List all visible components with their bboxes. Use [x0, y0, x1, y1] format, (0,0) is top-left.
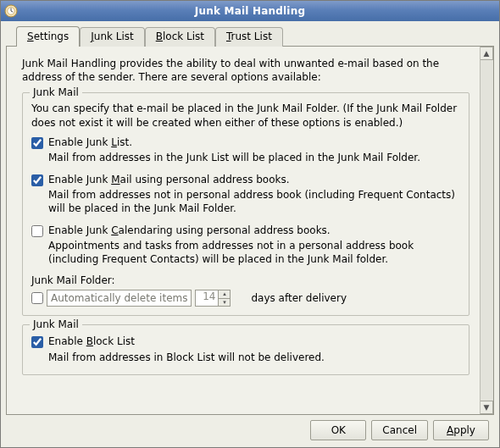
spinner-buttons: ▴ ▾ [219, 290, 231, 307]
checkbox-enable-junk-mail-pab[interactable] [31, 174, 43, 186]
spinner-down[interactable]: ▾ [219, 298, 231, 307]
tab-label: Junk List [91, 30, 134, 42]
tab-label: Settings [27, 30, 69, 42]
ok-button[interactable]: OK [310, 420, 366, 440]
checkbox-enable-junk-calendaring[interactable] [31, 225, 43, 237]
tab-label: Block List [156, 30, 204, 42]
auto-delete-row: Automatically delete items 14 ▴ ▾ days a… [31, 290, 460, 307]
window-title: Junk Mail Handling [23, 5, 477, 17]
checkbox-auto-delete[interactable] [31, 292, 43, 304]
vertical-scrollbar[interactable]: ▲ ▼ [480, 47, 493, 414]
group-junk-mail: Junk Mail You can specify that e-mail be… [22, 92, 469, 316]
checkbox-row-junk-mail-pab: Enable Junk Mail using personal address … [31, 174, 460, 187]
spinner-up[interactable]: ▴ [219, 290, 231, 298]
scroll-up-button[interactable]: ▲ [481, 47, 493, 60]
tab-trust-list[interactable]: Trust List [215, 27, 283, 47]
junk-folder-label: Junk Mail Folder: [31, 274, 460, 286]
tab-label: Trust List [226, 30, 272, 42]
checkbox-desc-junk-mail-pab: Mail from addresses not in personal addr… [48, 188, 460, 215]
tabpanel-settings: Junk Mail Handling provides the ability … [6, 46, 494, 415]
scroll-track[interactable] [481, 60, 493, 401]
button-bar: OK Cancel Apply [6, 415, 494, 444]
scroll-down-button[interactable]: ▼ [481, 401, 493, 414]
checkbox-desc-junk-list: Mail from addresses in the Junk List wil… [48, 151, 460, 164]
group-legend: Junk Mail [30, 318, 82, 330]
checkbox-row-junk-calendaring: Enable Junk Calendaring using personal a… [31, 224, 460, 238]
settings-scrollpane: Junk Mail Handling provides the ability … [7, 47, 480, 414]
tab-junk-list[interactable]: Junk List [80, 27, 145, 47]
days-spinner: 14 ▴ ▾ [195, 290, 231, 307]
checkbox-enable-junk-list[interactable] [31, 137, 43, 149]
titlebar: Junk Mail Handling [1, 1, 499, 21]
checkbox-enable-block-list[interactable] [31, 336, 43, 348]
tab-block-list[interactable]: Block List [145, 27, 215, 47]
tabbar: Settings Junk List Block List Trust List [6, 26, 494, 46]
apply-button[interactable]: Apply [433, 420, 489, 440]
checkbox-label: Enable Junk Mail using personal address … [48, 174, 290, 187]
dialog-junk-mail-handling: Junk Mail Handling Settings Junk List Bl… [0, 0, 500, 448]
checkbox-label: Enable Junk List. [48, 136, 132, 150]
group-junk-desc: You can specify that e-mail be placed in… [31, 102, 460, 129]
auto-delete-label: Automatically delete items [51, 292, 187, 304]
group-block-list: Junk Mail Enable Block List Mail from ad… [22, 324, 469, 375]
checkbox-desc-junk-calendaring: Appointments and tasks from addresses no… [48, 239, 460, 266]
group-legend: Junk Mail [30, 86, 82, 98]
checkbox-desc-block-list: Mail from addresses in Block List will n… [48, 351, 460, 364]
checkbox-row-junk-list: Enable Junk List. [31, 136, 460, 150]
cancel-button[interactable]: Cancel [371, 420, 428, 440]
checkbox-label: Enable Junk Calendaring using personal a… [48, 224, 331, 238]
auto-delete-label-box: Automatically delete items [47, 290, 192, 307]
client-area: Settings Junk List Block List Trust List… [1, 21, 499, 447]
app-icon [4, 4, 18, 18]
checkbox-label: Enable Block List [48, 335, 135, 349]
days-spinner-input[interactable]: 14 [195, 290, 219, 307]
checkbox-row-block-list: Enable Block List [31, 335, 460, 349]
days-suffix: days after delivery [251, 292, 347, 304]
intro-text: Junk Mail Handling provides the ability … [22, 57, 466, 84]
tab-settings[interactable]: Settings [16, 26, 80, 46]
